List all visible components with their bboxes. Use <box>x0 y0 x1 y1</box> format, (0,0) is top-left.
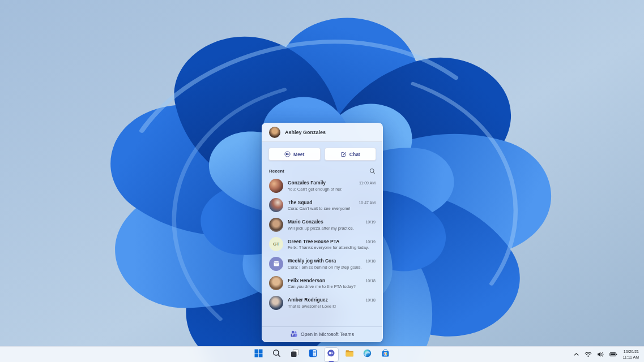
teams-chat-flyout: Ashley Gonzales Meet Chat Recent Gonzale… <box>262 123 383 342</box>
conversation-preview: Can you drive me to the PTA today? <box>288 284 376 289</box>
task-view-button[interactable] <box>288 348 302 361</box>
user-name: Ashley Gonzales <box>285 130 326 135</box>
conversation-row-gonzales-family[interactable]: Gonzales Family 11:09 AM You: Can't get … <box>262 176 382 196</box>
teams-chat-button[interactable] <box>325 348 338 361</box>
microsoft-store-button[interactable] <box>379 348 393 361</box>
edge-icon <box>363 349 372 360</box>
meet-button-label: Meet <box>293 152 304 157</box>
video-camera-icon <box>284 151 291 157</box>
conversation-row-amber-rodriguez[interactable]: Amber Rodriguez 10/18 That is awesome! L… <box>262 293 382 313</box>
compose-icon <box>340 151 347 157</box>
conversation-title: Felix Henderson <box>288 278 325 283</box>
calendar-avatar-icon <box>269 257 283 271</box>
file-explorer-button[interactable] <box>343 348 356 361</box>
conversation-preview: Will pick up pizza after my practice. <box>288 226 376 231</box>
conversation-preview: You: Can't get enough of her. <box>288 187 376 192</box>
folder-icon <box>345 349 354 360</box>
conversation-preview: Cora: Can't wait to see everyone! <box>288 206 376 211</box>
chat-button-label: Chat <box>349 152 360 157</box>
volume-icon[interactable] <box>597 351 604 357</box>
chat-button[interactable]: Chat <box>325 148 377 161</box>
avatar-gonzales-family <box>269 179 283 193</box>
conversation-title: Gonzales Family <box>288 180 326 186</box>
teams-logo-icon <box>291 330 297 338</box>
conversation-title: Green Tree House PTA <box>288 239 339 244</box>
chat-flyout-header: Ashley Gonzales <box>262 123 382 142</box>
teams-chat-icon <box>327 349 335 360</box>
conversation-title: Weekly jog with Cora <box>288 258 336 264</box>
tray-date: 10/20/21 <box>622 349 639 354</box>
conversation-row-weekly-jog[interactable]: Weekly jog with Cora 10/18 Cora: I am so… <box>262 254 382 274</box>
conversation-row-felix-henderson[interactable]: Felix Henderson 10/18 Can you drive me t… <box>262 274 382 294</box>
clock[interactable]: 10/20/21 11:11 AM <box>622 349 639 360</box>
task-view-icon <box>291 349 299 360</box>
search-button[interactable] <box>270 348 284 361</box>
conversation-time: 10/19 <box>365 220 376 224</box>
conversation-time: 11:09 AM <box>359 181 376 185</box>
widgets-icon <box>309 349 317 360</box>
recent-row: Recent <box>262 167 382 176</box>
open-in-teams-button[interactable]: Open in Microsoft Teams <box>262 326 382 342</box>
meet-button[interactable]: Meet <box>268 148 321 161</box>
conversation-time: 10/19 <box>365 240 376 244</box>
conversation-time: 10:47 AM <box>359 201 376 205</box>
conversation-row-green-tree-house-pta[interactable]: GT Green Tree House PTA 10/19 Felix: Tha… <box>262 235 382 255</box>
chevron-up-icon[interactable] <box>573 351 579 357</box>
network-wifi-icon[interactable] <box>585 351 592 357</box>
search-icon[interactable] <box>369 168 376 174</box>
conversation-preview: That is awesome! Love it! <box>288 304 376 309</box>
conversation-preview: Cora: I am so behind on my step goals. <box>288 265 376 270</box>
recent-label: Recent <box>269 169 284 174</box>
conversation-time: 10/18 <box>365 259 376 263</box>
open-in-teams-label: Open in Microsoft Teams <box>301 331 354 337</box>
system-tray: 10/20/21 11:11 AM <box>573 347 639 362</box>
conversation-row-mario-gonzales[interactable]: Mario Gonzales 10/19 Will pick up pizza … <box>262 215 382 235</box>
avatar-amber-rodriguez <box>269 296 283 310</box>
avatar-mario-gonzales <box>269 218 283 232</box>
avatar-the-squad <box>269 198 283 212</box>
avatar-felix-henderson <box>269 276 283 290</box>
conversation-list: Gonzales Family 11:09 AM You: Can't get … <box>262 176 382 326</box>
conversation-time: 10/18 <box>365 279 376 283</box>
conversation-time: 10/18 <box>365 298 376 302</box>
action-buttons-row: Meet Chat <box>262 142 382 167</box>
windows-start-icon <box>254 349 263 360</box>
conversation-title: Mario Gonzales <box>288 219 323 225</box>
start-button[interactable] <box>252 348 266 361</box>
avatar-initials-gt: GT <box>269 237 283 251</box>
conversation-title: Amber Rodriguez <box>288 297 328 303</box>
conversation-preview: Felix: Thanks everyone for attending tod… <box>288 245 376 250</box>
taskbar: 10/20/21 11:11 AM <box>0 346 644 362</box>
battery-icon[interactable] <box>609 351 617 357</box>
search-icon <box>272 349 281 360</box>
conversation-row-the-squad[interactable]: The Squad 10:47 AM Cora: Can't wait to s… <box>262 196 382 216</box>
taskbar-center-icons <box>252 347 393 362</box>
tray-time: 11:11 AM <box>622 355 639 360</box>
widgets-button[interactable] <box>306 348 320 361</box>
user-avatar[interactable] <box>269 127 280 138</box>
edge-browser-button[interactable] <box>361 348 374 361</box>
conversation-title: The Squad <box>288 200 312 205</box>
microsoft-store-icon <box>381 349 390 360</box>
